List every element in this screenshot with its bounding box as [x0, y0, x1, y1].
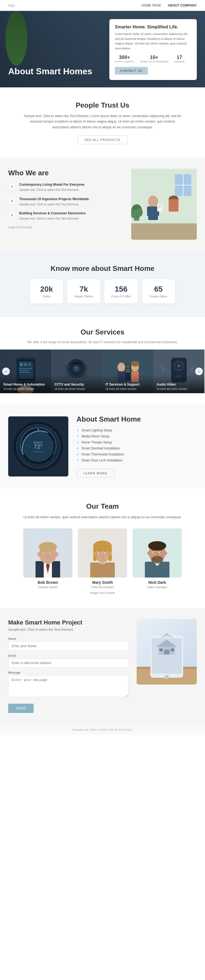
contact-image [137, 619, 197, 684]
svg-point-100 [154, 552, 155, 553]
service-overlay-4: Audio Video Ut enim ad minim veniam [153, 374, 205, 393]
team-card-nick: Nick Dark sales manager [133, 528, 182, 589]
about-layout: SMART 72° COOLING About Smart Home ✓Smar… [8, 415, 197, 477]
feature-3-label: Home Theater Setup [82, 441, 112, 444]
know-stat-clients: 7k Happy Clients [67, 279, 100, 303]
service-img-2: CCTV and Security Ut enim ad minim venia… [51, 350, 102, 393]
who-item-1-content: Contemporary Living Model For Everyone S… [19, 183, 85, 192]
stat-clients: 300+ HAPPY CLIENTS [115, 55, 134, 63]
nav-about[interactable]: ABOUT COMPANY [168, 3, 197, 7]
team-card-bob: Bob Brown creative leader [23, 528, 72, 589]
who-left: Who We are 1 Contemporary Living Model F… [8, 169, 123, 229]
check-icon-5: ✓ [77, 452, 79, 456]
email-input[interactable] [8, 658, 128, 668]
svg-point-92 [109, 552, 112, 556]
team-photo-bob [23, 528, 72, 578]
hero-content: About Smart Homes [0, 66, 101, 88]
contact-layout: Make Smart Home Project Sample text. Cli… [8, 619, 197, 713]
service-overlay-2: CCTV and Security Ut enim ad minim venia… [51, 374, 102, 393]
svg-point-6 [148, 196, 158, 207]
feature-2-label: Media Room Setup [82, 434, 110, 438]
check-icon-2: ✓ [77, 434, 79, 438]
services-title: Our Services [8, 328, 197, 336]
svg-rect-112 [159, 649, 163, 651]
know-more-section: Know more about Smart Home 20k Tasks 7k … [0, 251, 205, 317]
contact-text: Sample text. Click to select the Text El… [8, 628, 128, 632]
about-smart-section: SMART 72° COOLING About Smart Home ✓Smar… [0, 404, 205, 488]
svg-point-102 [156, 554, 158, 555]
smart-device: SMART 72° COOLING [8, 417, 68, 476]
about-features-list: ✓Smart Lighting Setup ✓Media Room Setup … [77, 427, 197, 463]
know-stat-coffee: 156 Cups of Coffee [104, 279, 138, 303]
know-stats: 20k Tasks 7k Happy Clients 156 Cups of C… [8, 279, 197, 303]
who-num-1: 1 [8, 183, 16, 190]
who-item-1-title: Contemporary Living Model For Everyone [19, 183, 85, 186]
nav-links: HOME PAGE ABOUT COMPANY [142, 3, 197, 7]
svg-point-91 [93, 552, 96, 556]
svg-rect-46 [126, 365, 130, 366]
svg-point-25 [20, 363, 23, 366]
svg-point-26 [24, 363, 27, 366]
who-item-3-text: Sample text. Click to select the Text El… [19, 216, 86, 221]
svg-text:COOLING: COOLING [32, 450, 44, 453]
feature-3: ✓Home Theater Setup [77, 439, 197, 445]
stat-clients-num: 300+ [115, 55, 134, 60]
svg-point-75 [44, 553, 45, 554]
services-track: Smart Home & Automation Ut enim ad minim… [0, 350, 205, 393]
send-button[interactable]: SEND [8, 704, 34, 713]
team-role-mary: Chief Accountant [78, 585, 127, 589]
who-item-1-text: Sample text. Click to select the Text El… [19, 188, 85, 192]
service-title-2: CCTV and Security [54, 383, 99, 387]
svg-point-89 [106, 552, 107, 554]
stat-experience: 10+ YEARS OF EXPERIENCE [140, 55, 169, 63]
contact-us-button[interactable]: CONTACT US [115, 67, 148, 75]
service-text-2: Ut enim ad minim veniam [54, 387, 99, 390]
see-all-products-button[interactable]: SEE ALL PRODUCTS [78, 135, 127, 144]
about-smart-title: About Smart Home [77, 415, 197, 423]
hero-card-text: Lorem ipsum dolor sit amet, consectetur … [115, 32, 191, 51]
feature-5: ✓Smart Thermostat Installation [77, 451, 197, 457]
learn-more-button[interactable]: LEARN MORE [77, 469, 114, 477]
who-num-2: 2 [8, 197, 16, 205]
svg-point-78 [37, 552, 41, 557]
nav-home[interactable]: HOME PAGE [142, 3, 161, 7]
svg-point-77 [47, 555, 49, 556]
who-item-2: 2 Thousands Of Ingenious Projects Worldw… [8, 197, 123, 207]
email-label: Email [8, 654, 128, 657]
stat-clients-label: HAPPY CLIENTS [115, 60, 134, 63]
feature-4-label: Smart Doorbell Installation [82, 447, 120, 450]
svg-point-66 [54, 442, 55, 443]
message-field-group: Message [8, 671, 128, 698]
slider-arrow-left[interactable]: ‹ [2, 368, 10, 375]
message-textarea[interactable] [8, 675, 128, 697]
service-card-2: CCTV and Security Ut enim ad minim venia… [51, 350, 102, 393]
know-stat-tasks: 20k Tasks [30, 279, 63, 303]
people-trust-section: People Trust Us Sample text. Click to se… [0, 88, 205, 158]
services-subtitle: We offer a full range of home automation… [0, 340, 205, 344]
svg-point-96 [148, 541, 166, 550]
about-right: About Smart Home ✓Smart Lighting Setup ✓… [77, 415, 197, 477]
who-image [131, 169, 197, 240]
contact-title: Make Smart Home Project [8, 619, 128, 626]
svg-point-104 [164, 551, 167, 555]
stat-exp-label: YEARS OF EXPERIENCE [140, 60, 169, 63]
know-stat-coffee-label: Cups of Coffee [111, 294, 131, 298]
name-field-group: Name [8, 637, 128, 651]
contact-form-area: Make Smart Home Project Sample text. Cli… [8, 619, 128, 713]
hero-card: Smarter Home. Simplified Life. Lorem ips… [109, 19, 197, 80]
team-card-mary: Mary Smith Chief Accountant [78, 528, 127, 589]
service-title-3: IT Services & Support [106, 383, 150, 387]
svg-rect-49 [126, 371, 130, 372]
who-item-2-text: Sample text. Click to select the Text El… [19, 202, 89, 207]
slider-arrow-right[interactable]: › [195, 368, 203, 375]
who-num-3: 3 [8, 212, 16, 219]
svg-text:72°: 72° [34, 443, 43, 450]
svg-point-103 [147, 551, 150, 555]
navbar: logo HOME PAGE ABOUT COMPANY [0, 0, 205, 11]
service-text-1: Ut enim ad minim veniam [3, 387, 48, 390]
hero-title: About Smart Homes [8, 66, 92, 76]
svg-point-114 [166, 633, 168, 634]
name-input[interactable] [8, 641, 128, 651]
team-role-nick: sales manager [133, 585, 182, 589]
svg-rect-5 [131, 223, 197, 240]
